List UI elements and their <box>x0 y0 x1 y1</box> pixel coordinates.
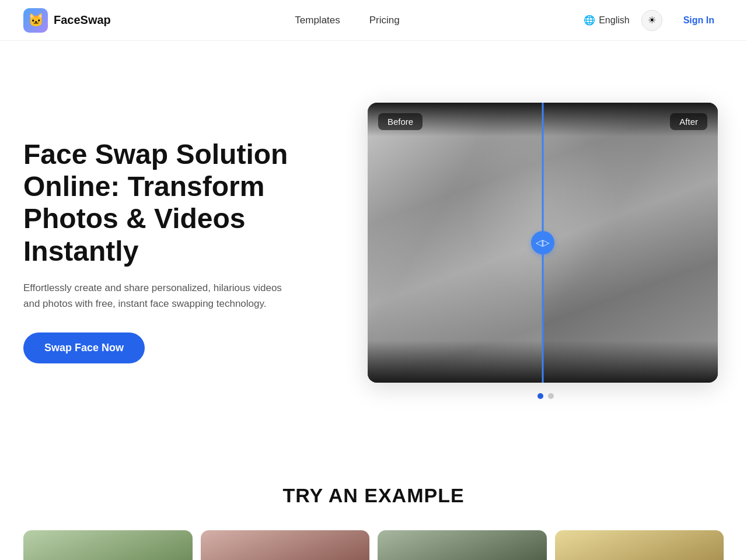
example-image-3 <box>378 530 547 560</box>
after-badge: After <box>670 113 707 130</box>
example-card-1[interactable]: Image <box>23 530 193 560</box>
example-card-2[interactable]: Image <box>201 530 370 560</box>
example-image-2 <box>201 530 370 560</box>
theme-toggle-button[interactable]: ☀ <box>641 10 662 31</box>
nav-link-templates[interactable]: Templates <box>295 15 340 26</box>
try-example-title: TRY AN EXAMPLE <box>23 484 724 507</box>
example-image-4 <box>555 530 724 560</box>
hero-section: Face Swap Solution Online: Transform Pho… <box>0 41 747 449</box>
logo[interactable]: 🐱 FaceSwap <box>23 8 111 33</box>
hero-left: Face Swap Solution Online: Transform Pho… <box>23 138 338 363</box>
hero-title: Face Swap Solution Online: Transform Pho… <box>23 138 338 267</box>
example-card-3[interactable]: Image <box>378 530 547 560</box>
logo-icon: 🐱 <box>23 8 48 33</box>
example-grid: Image Image Image Image <box>23 530 724 560</box>
language-selector[interactable]: 🌐 English <box>584 15 629 26</box>
hero-description: Effortlessly create and share personaliz… <box>23 280 292 312</box>
globe-icon: 🌐 <box>584 15 595 26</box>
nav-link-pricing[interactable]: Pricing <box>369 15 400 26</box>
nav-links: Templates Pricing <box>295 15 399 26</box>
language-label: English <box>599 15 629 26</box>
hero-right: ◁▷ Before After <box>368 103 724 399</box>
example-image-1 <box>23 530 193 560</box>
sun-icon: ☀ <box>648 15 656 26</box>
nav-right: 🌐 English ☀ Sign In <box>584 10 724 31</box>
example-card-4[interactable]: Image <box>555 530 724 560</box>
before-badge: Before <box>378 113 423 130</box>
carousel-dot-1[interactable] <box>537 393 543 399</box>
signin-button[interactable]: Sign In <box>674 10 724 30</box>
divider-handle[interactable]: ◁▷ <box>531 231 554 254</box>
carousel-dot-2[interactable] <box>548 393 554 399</box>
try-example-section: TRY AN EXAMPLE Image Image Image Image <box>0 449 747 560</box>
carousel-dots <box>368 393 724 399</box>
before-after-compare[interactable]: ◁▷ Before After <box>368 103 718 383</box>
logo-text: FaceSwap <box>54 13 111 27</box>
swap-face-now-button[interactable]: Swap Face Now <box>23 332 145 363</box>
navbar: 🐱 FaceSwap Templates Pricing 🌐 English ☀… <box>0 0 747 41</box>
